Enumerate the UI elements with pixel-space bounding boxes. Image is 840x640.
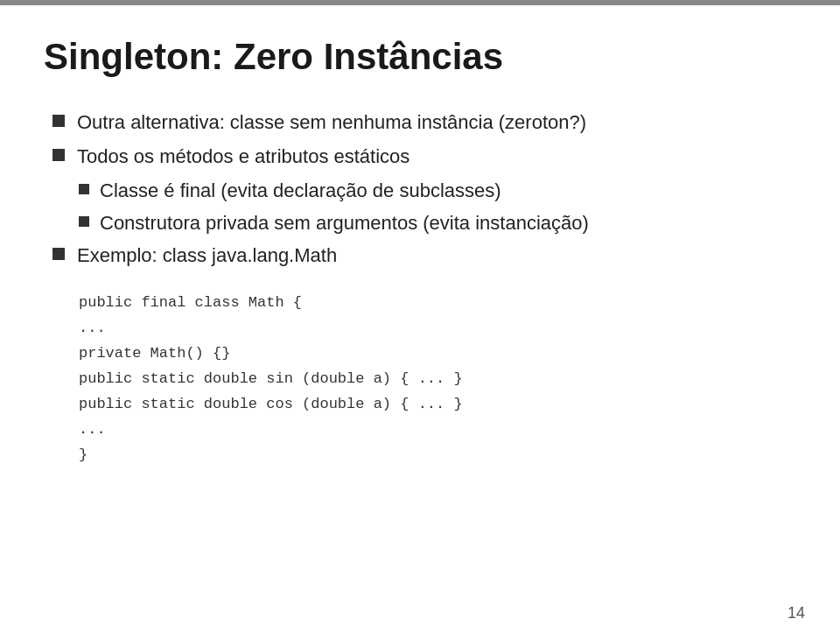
slide-border-top [0, 0, 840, 5]
bullet-item-1: Outra alternativa: classe sem nenhuma in… [52, 109, 796, 137]
sub-bullet-icon-1 [79, 184, 89, 194]
bullet-item-3: Exemplo: class java.lang.Math [52, 243, 796, 270]
code-line-3: private Math() {} [79, 341, 796, 367]
bullet-text-3: Exemplo: class java.lang.Math [77, 243, 796, 270]
code-line-5: public static double cos (double a) { ..… [79, 392, 796, 418]
sub-bullet-item-2: Construtora privada sem argumentos (evit… [52, 210, 796, 237]
sub-bullet-text-1: Classe é final (evita declaração de subc… [100, 178, 796, 205]
bullet-text-2: Todos os métodos e atributos estáticos [77, 144, 796, 171]
bullet-item-2: Todos os métodos e atributos estáticos [52, 144, 796, 171]
page-number: 14 [788, 604, 805, 622]
bullet-icon-2 [52, 149, 65, 161]
code-line-4: public static double sin (double a) { ..… [79, 367, 796, 392]
code-line-7: } [79, 443, 796, 468]
sub-bullet-icon-2 [79, 216, 89, 227]
bullet-icon-3 [52, 248, 65, 260]
bullet-text-1: Outra alternativa: classe sem nenhuma in… [77, 109, 796, 137]
slide-content: Outra alternativa: classe sem nenhuma in… [44, 109, 796, 468]
slide: Singleton: Zero Instâncias Outra alterna… [0, 0, 840, 640]
code-line-2: ... [79, 316, 796, 341]
bullet-icon-1 [52, 115, 65, 127]
code-line-6: ... [79, 418, 796, 443]
code-line-1: public final class Math { [79, 291, 796, 316]
code-block: public final class Math { ... private Ma… [79, 291, 796, 468]
sub-bullet-text-2: Construtora privada sem argumentos (evit… [100, 210, 796, 237]
slide-title: Singleton: Zero Instâncias [44, 35, 796, 79]
sub-bullet-item-1: Classe é final (evita declaração de subc… [52, 178, 796, 205]
